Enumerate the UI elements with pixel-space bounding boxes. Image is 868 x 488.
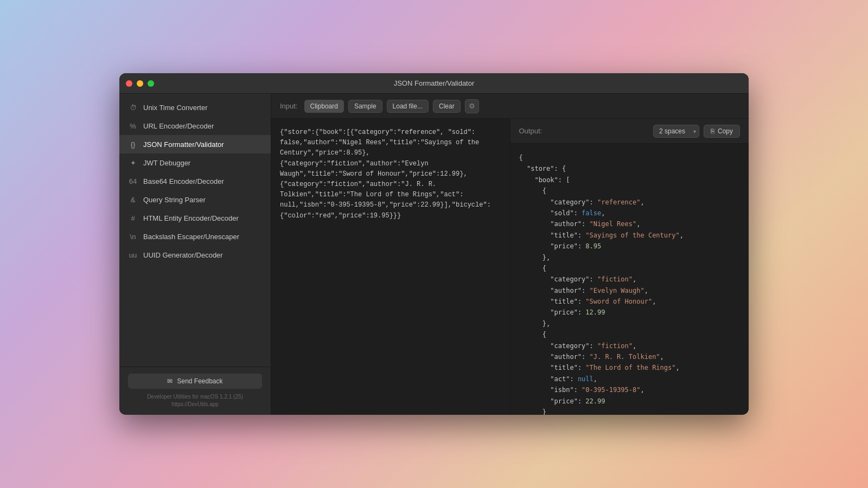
- sidebar-item-label: Base64 Encoder/Decoder: [143, 177, 224, 185]
- sidebar-item-unix-time[interactable]: ⏱Unix Time Converter: [119, 98, 271, 117]
- sidebar-item-label: HTML Entity Encoder/Decoder: [143, 214, 239, 222]
- spaces-wrapper: 2 spaces 4 spaces Tab Minified ▾: [653, 125, 699, 138]
- input-panel: [271, 119, 510, 415]
- send-feedback-button[interactable]: ✉ Send Feedback: [128, 374, 262, 389]
- sidebar-item-json-formatter[interactable]: {}JSON Formatter/Validator: [119, 135, 271, 153]
- sidebar-item-label: Unix Time Converter: [143, 104, 207, 112]
- uuid-icon: uu: [128, 250, 138, 260]
- output-toolbar: Output: 2 spaces 4 spaces Tab Minified ▾: [510, 119, 749, 144]
- feedback-icon: ✉: [167, 377, 173, 385]
- copy-button[interactable]: ⎘ Copy: [704, 125, 740, 138]
- sidebar-item-label: Backslash Escaper/Unescaper: [143, 233, 239, 241]
- editor-panels: Output: 2 spaces 4 spaces Tab Minified ▾: [271, 119, 749, 415]
- sample-button[interactable]: Sample: [348, 100, 382, 113]
- input-label: Input:: [280, 102, 298, 110]
- clear-button[interactable]: Clear: [433, 100, 461, 113]
- json-formatter-icon: {}: [128, 139, 138, 149]
- spaces-select[interactable]: 2 spaces 4 spaces Tab Minified: [653, 125, 699, 138]
- app-window: JSON Formatter/Validator ⏱Unix Time Conv…: [119, 73, 749, 415]
- titlebar: JSON Formatter/Validator: [119, 73, 749, 94]
- unix-time-icon: ⏱: [128, 102, 138, 112]
- settings-gear-button[interactable]: ⚙: [465, 99, 479, 113]
- jwt-debugger-icon: ✦: [128, 158, 138, 168]
- base64-icon: 64: [128, 176, 138, 186]
- sidebar: ⏱Unix Time Converter%URL Encoder/Decoder…: [119, 94, 271, 415]
- copy-icon: ⎘: [711, 127, 714, 135]
- gear-icon: ⚙: [469, 102, 475, 110]
- sidebar-item-label: URL Encoder/Decoder: [143, 122, 214, 130]
- sidebar-item-query-string[interactable]: &Query String Parser: [119, 190, 271, 209]
- main-content: ⏱Unix Time Converter%URL Encoder/Decoder…: [119, 94, 749, 415]
- output-controls: 2 spaces 4 spaces Tab Minified ▾ ⎘ Copy: [653, 125, 740, 138]
- close-button[interactable]: [126, 80, 132, 87]
- sidebar-item-jwt-debugger[interactable]: ✦JWT Debugger: [119, 153, 271, 172]
- sidebar-item-base64[interactable]: 64Base64 Encoder/Decoder: [119, 172, 271, 190]
- sidebar-nav: ⏱Unix Time Converter%URL Encoder/Decoder…: [119, 94, 271, 367]
- load-file-button[interactable]: Load file...: [387, 100, 429, 113]
- sidebar-footer: ✉ Send Feedback Developer Utilities for …: [119, 367, 271, 415]
- window-title: JSON Formatter/Validator: [394, 79, 475, 87]
- minimize-button[interactable]: [137, 80, 143, 87]
- maximize-button[interactable]: [148, 80, 154, 87]
- json-input[interactable]: [271, 119, 510, 415]
- sidebar-item-backslash[interactable]: \nBackslash Escaper/Unescaper: [119, 227, 271, 246]
- sidebar-item-label: Query String Parser: [143, 196, 206, 204]
- traffic-lights: [126, 80, 154, 87]
- html-entity-icon: #: [128, 213, 138, 223]
- sidebar-item-label: JWT Debugger: [143, 159, 190, 167]
- url-encoder-icon: %: [128, 121, 138, 131]
- output-label: Output:: [519, 127, 542, 135]
- sidebar-item-url-encoder[interactable]: %URL Encoder/Decoder: [119, 117, 271, 135]
- sidebar-item-uuid[interactable]: uuUUID Generator/Decoder: [119, 246, 271, 264]
- sidebar-item-label: UUID Generator/Decoder: [143, 251, 223, 259]
- footer-version: Developer Utilities for macOS 1.2.1 (25)…: [128, 393, 262, 408]
- editor-area: Input: Clipboard Sample Load file... Cle…: [271, 94, 749, 415]
- input-toolbar: Input: Clipboard Sample Load file... Cle…: [271, 94, 749, 119]
- query-string-icon: &: [128, 195, 138, 204]
- sidebar-item-label: JSON Formatter/Validator: [143, 140, 224, 149]
- backslash-icon: \n: [128, 232, 138, 241]
- clipboard-button[interactable]: Clipboard: [304, 100, 344, 113]
- sidebar-item-html-entity[interactable]: #HTML Entity Encoder/Decoder: [119, 209, 271, 227]
- output-panel: Output: 2 spaces 4 spaces Tab Minified ▾: [510, 119, 749, 415]
- json-output: { "store": { "book": [ { "category": "re…: [510, 144, 749, 415]
